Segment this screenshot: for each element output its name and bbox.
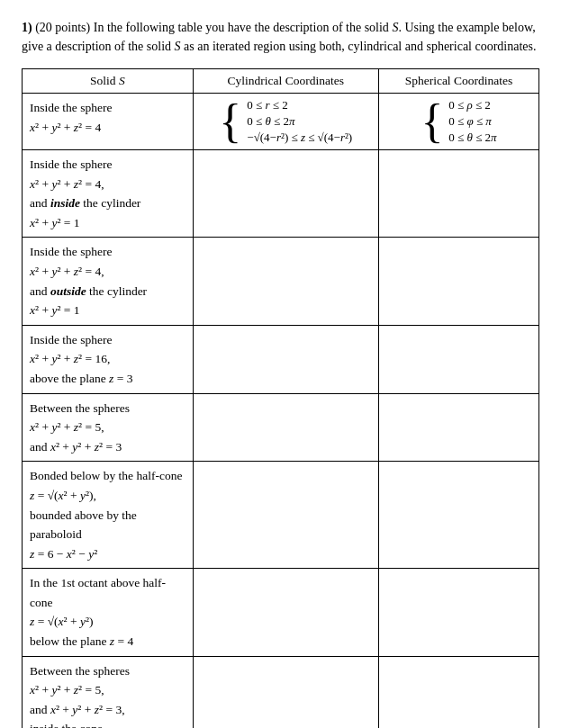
row1-cylindrical: [193, 150, 378, 238]
row-3: Inside the sphere x² + y² + z² = 16, abo…: [23, 325, 539, 393]
example-spherical: { 0 ≤ ρ ≤ 2 0 ≤ φ ≤ π 0 ≤ θ ≤ 2π: [378, 94, 538, 150]
left-brace-cyl: {: [219, 98, 241, 145]
example-solid-text: Inside the sphere: [30, 101, 112, 114]
row-1: Inside the sphere x² + y² + z² = 4, and …: [23, 150, 539, 238]
cyl-conditions: 0 ≤ r ≤ 2 0 ≤ θ ≤ 2π −√(4−r²) ≤ z ≤ √(4−…: [247, 98, 352, 145]
row7-spherical: [378, 656, 538, 728]
row3-spherical: [378, 325, 538, 393]
row-2: Inside the sphere x² + y² + z² = 4, and …: [23, 238, 539, 325]
example-solid: Inside the sphere x² + y² + z² = 4: [23, 94, 194, 150]
row6-cylindrical: [193, 569, 378, 656]
row3-cylindrical: [193, 325, 378, 393]
left-brace-sph: {: [421, 98, 443, 145]
row5-cylindrical: [193, 462, 378, 569]
problem-points: (20 points) In the following table you h…: [22, 21, 537, 53]
header-solid: Solid S: [23, 69, 194, 94]
row7-cylindrical: [193, 656, 378, 728]
row4-cylindrical: [193, 393, 378, 462]
header-spherical: Spherical Coordinates: [378, 69, 538, 94]
sph-cond-3: 0 ≤ θ ≤ 2π: [448, 130, 496, 145]
row2-solid: Inside the sphere x² + y² + z² = 4, and …: [23, 238, 194, 325]
row6-spherical: [378, 569, 538, 656]
header-cylindrical: Cylindrical Coordinates: [193, 69, 378, 94]
row5-spherical: [378, 462, 538, 569]
example-cylindrical: { 0 ≤ r ≤ 2 0 ≤ θ ≤ 2π −√(4−r²) ≤ z ≤ √(…: [193, 94, 378, 150]
row7-solid: Between the spheres x² + y² + z² = 5, an…: [23, 656, 194, 728]
row1-spherical: [378, 150, 538, 238]
sph-cond-1: 0 ≤ ρ ≤ 2: [448, 98, 496, 112]
main-table: Solid S Cylindrical Coordinates Spherica…: [22, 68, 539, 728]
cyl-cond-2: 0 ≤ θ ≤ 2π: [247, 114, 352, 129]
sph-conditions: 0 ≤ ρ ≤ 2 0 ≤ φ ≤ π 0 ≤ θ ≤ 2π: [448, 98, 496, 145]
row-5: Bonded below by the half-cone z = √(x² +…: [23, 462, 539, 569]
table-container: Solid S Cylindrical Coordinates Spherica…: [22, 68, 539, 728]
example-solid-eq: x² + y² + z² = 4: [30, 121, 101, 134]
problem-number: 1): [22, 21, 32, 34]
row-7: Between the spheres x² + y² + z² = 5, an…: [23, 656, 539, 728]
example-row: Inside the sphere x² + y² + z² = 4 { 0 ≤…: [23, 94, 539, 150]
sph-cond-2: 0 ≤ φ ≤ π: [448, 114, 496, 129]
row-6: In the 1st octant above half-cone z = √(…: [23, 569, 539, 656]
row3-solid: Inside the sphere x² + y² + z² = 16, abo…: [23, 325, 194, 393]
problem-header: 1) (20 points) In the following table yo…: [22, 18, 539, 56]
row4-solid: Between the spheres x² + y² + z² = 5, an…: [23, 393, 194, 462]
cyl-cond-3: −√(4−r²) ≤ z ≤ √(4−r²): [247, 130, 352, 145]
row-4: Between the spheres x² + y² + z² = 5, an…: [23, 393, 539, 462]
row2-spherical: [378, 238, 538, 325]
row6-solid: In the 1st octant above half-cone z = √(…: [23, 569, 194, 656]
row2-cylindrical: [193, 238, 378, 325]
row5-solid: Bonded below by the half-cone z = √(x² +…: [23, 462, 194, 569]
row1-solid: Inside the sphere x² + y² + z² = 4, and …: [23, 150, 194, 238]
cyl-cond-1: 0 ≤ r ≤ 2: [247, 98, 352, 112]
row4-spherical: [378, 393, 538, 462]
